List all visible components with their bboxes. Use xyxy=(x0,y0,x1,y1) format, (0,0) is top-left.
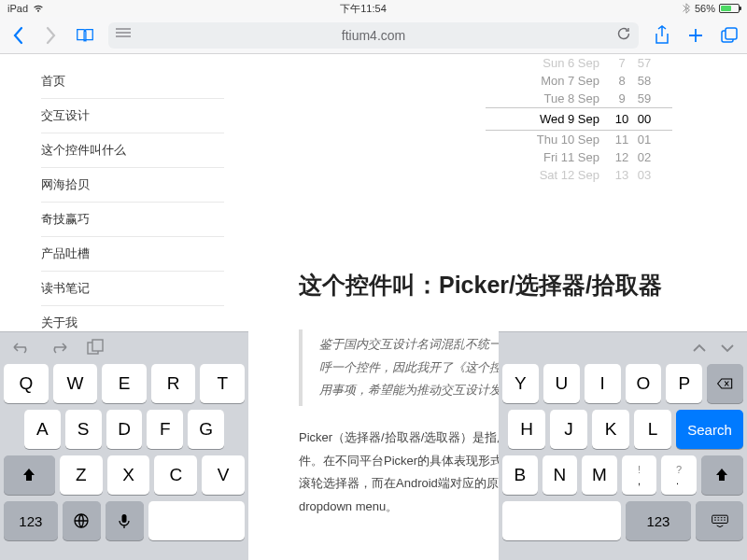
shift-key[interactable] xyxy=(701,455,743,495)
picker-row: Wed 9 Sep1000 xyxy=(486,107,672,131)
sidebar-item[interactable]: 首页 xyxy=(41,73,224,99)
key-s[interactable]: S xyxy=(65,410,102,449)
undo-icon[interactable] xyxy=(11,340,32,358)
sidebar-item[interactable]: 网海拾贝 xyxy=(41,168,224,203)
key-l[interactable]: L xyxy=(634,410,671,449)
key-b[interactable]: B xyxy=(502,455,538,495)
key-u[interactable]: U xyxy=(543,364,580,403)
key-c[interactable]: C xyxy=(154,455,197,495)
key-p[interactable]: P xyxy=(666,364,702,403)
reload-icon[interactable] xyxy=(616,26,631,44)
key-t[interactable]: T xyxy=(200,364,245,403)
key-q[interactable]: Q xyxy=(4,364,49,403)
sidebar-item[interactable]: 奇技赢巧 xyxy=(41,203,224,237)
sidebar-item[interactable]: 交互设计 xyxy=(41,99,224,133)
globe-key[interactable] xyxy=(63,501,101,540)
sidebar-item[interactable]: 读书笔记 xyxy=(41,272,224,306)
svg-rect-3 xyxy=(92,340,103,351)
battery-pct: 56% xyxy=(695,3,715,14)
picker-row: Mon 7 Sep858 xyxy=(486,72,672,90)
key-x[interactable]: X xyxy=(107,455,150,495)
forward-button[interactable] xyxy=(41,25,62,46)
sidebar-item[interactable]: 这个控件叫什么 xyxy=(41,133,224,168)
keyboard-left: QWERT ASDFG ZXCV 123 xyxy=(0,331,248,560)
key-r[interactable]: R xyxy=(151,364,196,403)
key-j[interactable]: J xyxy=(550,410,587,449)
sidebar-item[interactable]: 产品吐槽 xyxy=(41,237,224,272)
search-key[interactable]: Search xyxy=(676,410,743,449)
device-label: iPad xyxy=(7,3,28,14)
numbers-key[interactable]: 123 xyxy=(4,501,58,540)
key-i[interactable]: I xyxy=(585,364,621,403)
mic-key[interactable] xyxy=(106,501,144,540)
url-bar[interactable]: ftium4.com xyxy=(108,22,639,49)
space-key[interactable] xyxy=(148,501,245,540)
article-title: 这个控件叫：Picker/选择器/拾取器 xyxy=(299,269,710,301)
key-z[interactable]: Z xyxy=(60,455,103,495)
picker-row: Tue 8 Sep959 xyxy=(486,90,672,107)
tabs-button[interactable] xyxy=(719,25,740,46)
picker-row: Thu 10 Sep1101 xyxy=(486,131,672,148)
key-v[interactable]: V xyxy=(202,455,245,495)
picker-row: Sun 6 Sep757 xyxy=(486,54,672,72)
share-button[interactable] xyxy=(652,25,672,46)
key-n[interactable]: N xyxy=(543,455,578,495)
key-y[interactable]: Y xyxy=(502,364,539,403)
clock: 下午11:54 xyxy=(340,2,387,16)
punct-period-key[interactable]: ?. xyxy=(661,455,697,495)
keyboard-right: YUIOP HJKL Search BNM !, ?. 123 xyxy=(499,331,747,560)
new-tab-button[interactable] xyxy=(685,25,706,46)
svg-rect-6 xyxy=(712,515,727,523)
chevron-down-icon[interactable] xyxy=(719,341,736,357)
bluetooth-icon xyxy=(682,3,691,14)
key-e[interactable]: E xyxy=(102,364,147,403)
picker-row: Sat 12 Sep1303 xyxy=(486,166,672,184)
svg-rect-1 xyxy=(726,28,737,39)
numbers-key[interactable]: 123 xyxy=(626,501,692,540)
status-bar: iPad 下午11:54 56% xyxy=(0,0,747,17)
key-h[interactable]: H xyxy=(508,410,545,449)
space-key[interactable] xyxy=(502,501,621,540)
chevron-up-icon[interactable] xyxy=(691,341,708,357)
key-a[interactable]: A xyxy=(24,410,61,449)
key-f[interactable]: F xyxy=(147,410,183,449)
back-button[interactable] xyxy=(7,25,28,46)
punct-comma-key[interactable]: !, xyxy=(622,455,657,495)
key-w[interactable]: W xyxy=(53,364,98,403)
paste-icon[interactable] xyxy=(86,339,105,359)
picker-row: Fri 11 Sep1202 xyxy=(486,148,672,166)
bookmarks-button[interactable] xyxy=(75,25,95,46)
wifi-icon xyxy=(32,4,45,13)
key-k[interactable]: K xyxy=(592,410,629,449)
key-o[interactable]: O xyxy=(626,364,662,403)
key-m[interactable]: M xyxy=(582,455,617,495)
svg-rect-5 xyxy=(122,514,127,523)
battery-icon xyxy=(719,4,740,13)
shift-key[interactable] xyxy=(4,455,55,495)
browser-toolbar: ftium4.com xyxy=(0,17,747,54)
redo-icon[interactable] xyxy=(49,340,69,358)
dismiss-keyboard-key[interactable] xyxy=(696,501,743,540)
backspace-key[interactable] xyxy=(707,364,743,403)
key-d[interactable]: D xyxy=(106,410,143,449)
url-text: ftium4.com xyxy=(342,28,405,43)
picker-illustration: Sun 6 Sep757Mon 7 Sep858Tue 8 Sep959Wed … xyxy=(486,54,672,184)
reader-icon[interactable] xyxy=(116,27,131,43)
key-g[interactable]: G xyxy=(188,410,224,449)
